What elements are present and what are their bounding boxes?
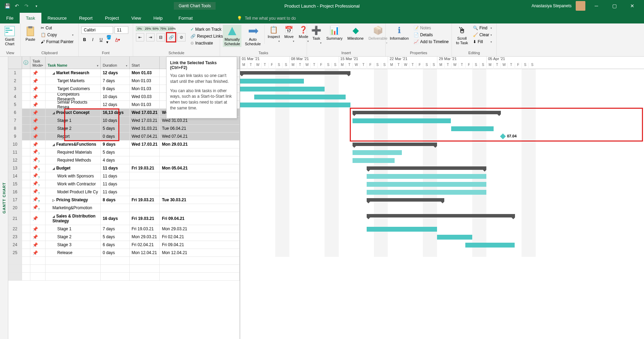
duration-cell[interactable]: 9 days: [101, 141, 130, 148]
link-tasks-button[interactable]: 🔗: [167, 33, 175, 41]
row-number[interactable]: 3: [8, 85, 22, 93]
start-cell[interactable]: Wed 17.03.21: [130, 141, 160, 148]
information-button[interactable]: ℹInformation: [388, 25, 410, 41]
gantt-body[interactable]: 07.04: [240, 69, 644, 257]
mode-cell[interactable]: 📌: [30, 204, 46, 212]
row-number[interactable]: 23: [8, 233, 22, 241]
mode-cell[interactable]: 📌: [30, 212, 46, 225]
info-cell[interactable]: [22, 196, 30, 204]
task-name-cell[interactable]: Report: [46, 133, 101, 140]
details-button[interactable]: 📄Details: [412, 32, 450, 38]
task-row[interactable]: 8📌Stage 25 daysWed 31.03.21Tue 06.04.21: [8, 125, 240, 133]
mode-cell[interactable]: 📌: [30, 156, 46, 164]
finish-cell[interactable]: Mon 05.04.21: [160, 164, 240, 172]
maximize-button[interactable]: ▢: [607, 1, 621, 11]
empty-row[interactable]: [8, 265, 240, 273]
gantt-chart-button[interactable]: Gantt Chart: [3, 25, 17, 47]
duration-cell[interactable]: 10 days: [101, 117, 130, 124]
task-bar[interactable]: [437, 235, 472, 240]
underline-button[interactable]: U: [98, 37, 104, 43]
info-cell[interactable]: [22, 164, 30, 172]
start-cell[interactable]: [130, 172, 160, 180]
task-name-cell[interactable]: Stage 2: [46, 233, 101, 241]
milestone-marker[interactable]: [500, 134, 506, 139]
task-name-cell[interactable]: Product Concept: [46, 109, 101, 116]
gantt-row[interactable]: [240, 164, 644, 172]
col-task-name[interactable]: Task Name▾: [46, 57, 101, 69]
info-cell[interactable]: [22, 125, 30, 132]
mode-cell[interactable]: 📌: [30, 85, 46, 93]
start-cell[interactable]: Mon 01.03: [130, 77, 160, 85]
row-number[interactable]: 6: [8, 109, 22, 116]
mode-cell[interactable]: 📌: [30, 196, 46, 204]
start-cell[interactable]: [130, 156, 160, 164]
mode-cell[interactable]: 📌: [30, 77, 46, 85]
finish-cell[interactable]: Mon 29.03.21: [160, 225, 240, 233]
task-name-cell[interactable]: Target Markets: [46, 77, 101, 85]
mode-cell[interactable]: 📌: [30, 249, 46, 256]
start-cell[interactable]: Fri 19.03.21: [130, 196, 160, 204]
start-cell[interactable]: Fri 02.04.21: [130, 241, 160, 249]
col-task-mode[interactable]: Task Mode▾: [30, 57, 46, 69]
100-percent-button[interactable]: 100%: [166, 26, 173, 31]
row-number[interactable]: 17: [8, 196, 22, 204]
mode-cell[interactable]: 📌: [30, 241, 46, 249]
gantt-row[interactable]: [240, 109, 644, 117]
duration-cell[interactable]: 11 days: [101, 164, 130, 172]
empty-row[interactable]: [8, 257, 240, 265]
task-row[interactable]: 23📌Stage 25 daysMon 29.03.21Fri 02.04.21: [8, 233, 240, 241]
close-button[interactable]: ✕: [625, 1, 639, 11]
duration-cell[interactable]: 10 days: [101, 93, 130, 100]
finish-cell[interactable]: Wed 07.04.21: [160, 133, 240, 140]
task-row[interactable]: 12📌Required Methods4 days: [8, 156, 240, 164]
task-name-cell[interactable]: Features&Functions: [46, 141, 101, 148]
start-cell[interactable]: Wed 03.03: [130, 93, 160, 100]
info-cell[interactable]: [22, 109, 30, 116]
task-row[interactable]: 20📌Marketing&Promotion: [8, 204, 240, 212]
task-name-cell[interactable]: Model Product Life Cy: [46, 188, 101, 196]
task-row[interactable]: 24📌Stage 36 daysFri 02.04.21Fri 09.04.21: [8, 241, 240, 249]
duration-cell[interactable]: 11 days: [101, 172, 130, 180]
info-cell[interactable]: [22, 156, 30, 164]
row-number[interactable]: 2: [8, 77, 22, 85]
task-row[interactable]: 17📌Pricing Strategy8 daysFri 19.03.21Tue…: [8, 196, 240, 204]
col-info[interactable]: ⓘ: [22, 57, 30, 69]
25-percent-button[interactable]: 25%: [143, 26, 150, 31]
task-name-cell[interactable]: Pricing Strategy: [46, 196, 101, 204]
move-button[interactable]: 📅Move▾: [283, 25, 296, 44]
start-cell[interactable]: Mon 01.03: [130, 85, 160, 93]
task-bar[interactable]: [367, 174, 486, 179]
start-cell[interactable]: Wed 17.03.21: [130, 109, 160, 116]
task-name-cell[interactable]: Release: [46, 249, 101, 256]
fill-button[interactable]: ⬇Fill▾: [472, 39, 494, 45]
summary-bar[interactable]: [240, 71, 350, 75]
menu-project[interactable]: Project: [99, 13, 125, 23]
italic-button[interactable]: I: [90, 37, 96, 43]
50-percent-button[interactable]: 50%: [151, 26, 158, 31]
duration-cell[interactable]: 7 days: [101, 77, 130, 85]
menu-format[interactable]: Format: [172, 13, 199, 23]
row-number[interactable]: 1: [8, 69, 22, 77]
finish-cell[interactable]: Tue 06.04.21: [160, 125, 240, 132]
gantt-row[interactable]: [240, 172, 644, 180]
gantt-row[interactable]: [240, 93, 644, 101]
finish-cell[interactable]: Fri 02.04.21: [160, 233, 240, 241]
start-cell[interactable]: Wed 17.03.21: [130, 117, 160, 124]
menu-view[interactable]: View: [125, 13, 147, 23]
mode-cell[interactable]: 📌: [30, 180, 46, 188]
finish-cell[interactable]: Fri 09.04.21: [160, 212, 240, 225]
qat-more-icon[interactable]: ▾: [33, 3, 39, 9]
summary-bar[interactable]: [367, 166, 486, 170]
save-icon[interactable]: 💾: [4, 3, 10, 9]
task-name-cell[interactable]: Sales & Distribution Strategy: [46, 212, 101, 225]
mode-cell[interactable]: 📌: [30, 133, 46, 140]
task-row[interactable]: 11📌Required Materials5 days: [8, 148, 240, 156]
task-name-cell[interactable]: Marketing&Promotion: [46, 204, 101, 212]
task-name-cell[interactable]: Stage 2: [46, 125, 101, 132]
gantt-row[interactable]: [240, 101, 644, 109]
menu-task[interactable]: Task: [20, 13, 41, 23]
task-bar[interactable]: [240, 79, 304, 84]
task-bar[interactable]: [465, 243, 515, 248]
insert-task-button[interactable]: ➕Task▾: [310, 25, 323, 46]
task-row[interactable]: 15📌Work with Contractor11 days: [8, 180, 240, 188]
